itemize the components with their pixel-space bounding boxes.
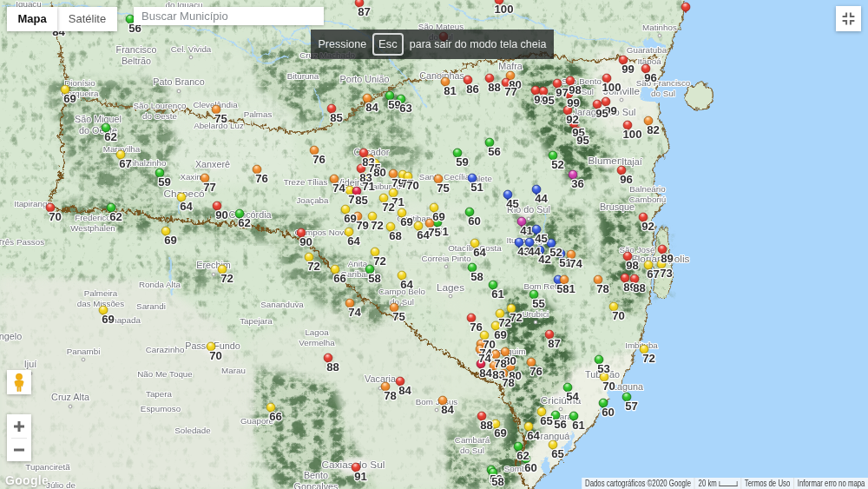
svg-text:78: 78 (502, 376, 515, 389)
svg-text:Anita: Anita (348, 259, 368, 268)
svg-text:72: 72 (498, 316, 511, 329)
svg-text:69: 69 (102, 313, 115, 326)
svg-text:Bituruna: Bituruna (287, 71, 319, 81)
svg-text:70: 70 (612, 309, 625, 322)
svg-text:Lages: Lages (437, 281, 464, 294)
svg-text:51: 51 (470, 181, 483, 194)
svg-text:Xaxim: Xaxim (180, 172, 203, 182)
svg-text:81: 81 (444, 84, 457, 97)
svg-text:80: 80 (373, 166, 386, 179)
svg-text:Francisco: Francisco (116, 44, 157, 55)
svg-text:60: 60 (524, 461, 537, 474)
svg-text:96: 96 (620, 173, 633, 186)
svg-text:100: 100 (622, 128, 641, 141)
svg-text:74: 74 (348, 306, 361, 319)
svg-text:Correia Pinto: Correia Pinto (421, 254, 471, 263)
svg-text:76: 76 (312, 153, 326, 166)
svg-text:88: 88 (480, 419, 493, 432)
svg-text:72: 72 (373, 254, 386, 268)
svg-text:53: 53 (597, 362, 610, 375)
svg-text:Beltrão: Beltrão (122, 56, 151, 66)
svg-text:64: 64 (347, 235, 360, 248)
svg-text:Palmas: Palmas (244, 109, 273, 119)
svg-text:78: 78 (596, 282, 609, 295)
svg-text:Soledade: Soledade (174, 426, 211, 435)
svg-text:64: 64 (400, 278, 413, 291)
svg-text:85: 85 (355, 194, 368, 207)
svg-text:60: 60 (468, 215, 481, 228)
svg-text:Panambi: Panambi (67, 347, 101, 356)
svg-text:74: 74 (569, 257, 582, 270)
svg-text:Carazinho: Carazinho (146, 345, 185, 354)
svg-text:Cel. Vivida: Cel. Vivida (171, 44, 212, 54)
svg-text:98: 98 (626, 259, 639, 272)
svg-text:69: 69 (164, 234, 177, 247)
svg-text:Camboriú: Camboriú (629, 195, 666, 204)
svg-text:96: 96 (644, 71, 657, 84)
svg-text:72: 72 (382, 201, 395, 214)
svg-text:78: 78 (384, 389, 397, 402)
svg-text:64: 64 (417, 228, 430, 241)
svg-text:90: 90 (299, 235, 312, 248)
svg-text:Balneário: Balneário (629, 184, 666, 194)
svg-text:62: 62 (104, 130, 117, 143)
svg-text:Sarandi: Sarandi (136, 301, 166, 311)
svg-text:72: 72 (307, 260, 320, 273)
svg-text:Não Me Toque: Não Me Toque (137, 369, 193, 379)
svg-text:84: 84 (398, 384, 411, 397)
svg-text:36: 36 (571, 177, 584, 190)
svg-text:61: 61 (572, 419, 585, 432)
svg-text:92: 92 (641, 220, 654, 233)
svg-text:87: 87 (358, 5, 371, 18)
svg-text:64: 64 (473, 246, 486, 259)
svg-text:Treze Tílias: Treze Tílias (284, 177, 328, 187)
svg-text:68: 68 (389, 229, 402, 242)
svg-text:88: 88 (326, 360, 339, 373)
svg-text:71: 71 (362, 180, 375, 193)
svg-text:Vacaria: Vacaria (365, 373, 396, 384)
svg-text:98: 98 (569, 83, 582, 96)
svg-text:86: 86 (466, 83, 479, 96)
svg-text:Gonçalves: Gonçalves (293, 481, 339, 489)
svg-text:81: 81 (562, 282, 575, 295)
svg-text:75: 75 (214, 112, 227, 125)
svg-text:66: 66 (333, 272, 346, 285)
svg-text:Júlio de: Júlio de (46, 480, 76, 489)
svg-text:66: 66 (269, 410, 282, 423)
svg-text:64: 64 (180, 200, 193, 213)
svg-text:59: 59 (158, 175, 171, 188)
svg-text:72: 72 (510, 311, 523, 324)
svg-text:Tapejara: Tapejara (240, 316, 273, 326)
svg-text:72: 72 (220, 272, 233, 285)
svg-text:Dionísio: Dionísio (64, 78, 95, 88)
svg-text:69: 69 (432, 210, 445, 223)
svg-text:67: 67 (647, 268, 660, 281)
svg-text:95: 95 (595, 107, 608, 120)
svg-text:Ijuí: Ijuí (24, 359, 36, 369)
svg-text:Tapera: Tapera (146, 389, 173, 399)
svg-text:91: 91 (354, 470, 367, 483)
svg-text:70: 70 (602, 380, 615, 393)
svg-text:85: 85 (330, 111, 343, 124)
svg-text:Mafra: Mafra (498, 61, 523, 71)
svg-text:Guaratuba: Guaratuba (627, 45, 667, 55)
svg-text:42: 42 (538, 253, 551, 266)
svg-text:67: 67 (119, 157, 132, 170)
svg-text:Matinhos: Matinhos (642, 23, 677, 32)
svg-text:74: 74 (332, 182, 345, 195)
svg-text:61: 61 (491, 287, 504, 301)
svg-text:100: 100 (602, 81, 621, 94)
svg-text:do Sul: do Sul (460, 446, 484, 455)
svg-text:Itapoá: Itapoá (637, 56, 661, 66)
svg-text:74: 74 (478, 352, 491, 365)
svg-text:ngelo: ngelo (0, 331, 22, 341)
svg-text:Joaçaba: Joaçaba (296, 195, 329, 205)
svg-text:84: 84 (441, 403, 454, 416)
svg-text:Santa Cecília: Santa Cecília (419, 172, 470, 182)
svg-text:60: 60 (602, 406, 615, 419)
svg-text:84: 84 (365, 101, 378, 114)
svg-text:Bento: Bento (304, 470, 328, 480)
svg-text:69: 69 (344, 212, 357, 225)
svg-text:Itajaí: Itajaí (621, 156, 641, 167)
svg-text:70: 70 (406, 179, 419, 192)
